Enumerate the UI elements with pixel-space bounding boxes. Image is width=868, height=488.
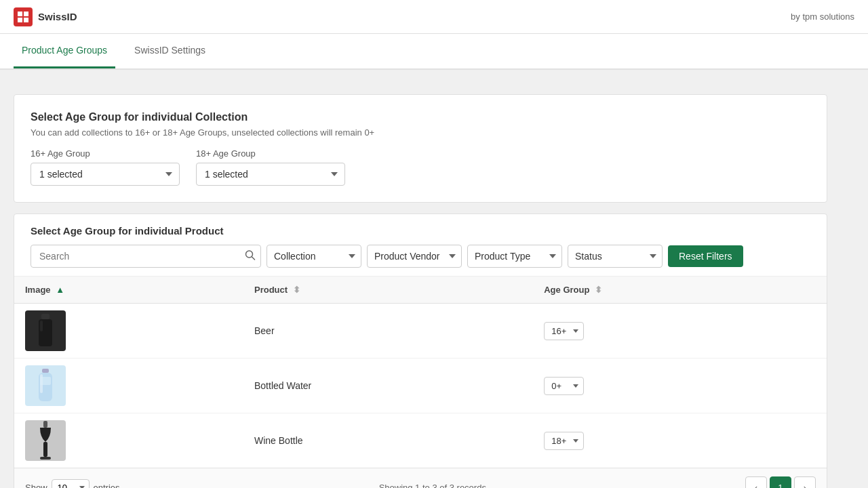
svg-rect-12 [40,377,51,385]
product-section-title: Select Age Group for individual Product [31,225,810,237]
cell-product: Bottled Water [243,359,533,413]
search-icon [245,250,256,261]
image-sort-icon: ▲ [56,285,64,295]
cell-image [14,413,243,468]
app-header: SwissID by tpm solutions [0,0,868,34]
table-row: Wine Bottle 0+16+18+ [14,413,827,468]
tab-bar: Product Age Groups SwissID Settings [0,34,868,69]
header-tagline: by tpm solutions [791,12,854,22]
show-entries: Show 10 25 50 100 entries [25,479,120,489]
table-footer: Show 10 25 50 100 entries Showing 1 to 3… [14,468,827,488]
filters-row: Collection Product Vendor Product Type S… [31,245,810,268]
svg-rect-6 [41,314,50,319]
col-header-image[interactable]: Image ▲ [14,277,243,304]
logo: SwissID [14,7,77,26]
product-table: Image ▲ Product ⬍ Age Group ⬍ [14,277,827,468]
tab-swissid-settings[interactable]: SwissID Settings [126,34,214,68]
search-wrapper [31,245,261,268]
svg-rect-3 [24,18,28,22]
product-section-header: Select Age Group for individual Product … [14,214,827,277]
cell-image [14,359,243,413]
table-header-row: Image ▲ Product ⬍ Age Group ⬍ [14,277,827,304]
svg-line-5 [252,257,255,260]
svg-rect-9 [42,369,49,373]
cell-age-group: 0+16+18+ [533,304,827,359]
age-group-inline-select[interactable]: 0+16+18+ [544,377,584,395]
age-group-select-18[interactable]: 1 selected [196,163,345,186]
show-label: Show [25,483,47,489]
table-row: Bottled Water 0+16+18+ [14,359,827,413]
entries-select[interactable]: 10 25 50 100 [52,479,90,489]
product-age-group-card: Select Age Group for individual Product … [14,214,827,488]
product-image [25,420,66,461]
main-content: Select Age Group for individual Collecti… [0,70,841,488]
page-1-button[interactable]: 1 [770,476,791,488]
search-button[interactable] [245,250,256,263]
entries-label: entries [94,483,120,489]
product-type-filter[interactable]: Product Type [467,245,562,268]
age-group-select-16[interactable]: 1 selected [31,163,180,186]
cell-product: Wine Bottle [243,413,533,468]
collection-age-group-card: Select Age Group for individual Collecti… [14,94,827,203]
status-filter[interactable]: Status [568,245,663,268]
records-info: Showing 1 to 3 of 3 records [379,483,486,489]
age-group-sort-icon: ⬍ [595,285,602,295]
product-image [25,365,66,406]
product-image [25,310,66,351]
cell-product: Beer [243,304,533,359]
cell-image [14,304,243,359]
collection-filter[interactable]: Collection [267,245,361,268]
age-group-row: 16+ Age Group 1 selected 18+ Age Group 1… [31,148,810,186]
age-group-inline-select[interactable]: 0+16+18+ [544,432,584,450]
svg-rect-13 [43,421,47,428]
app-name: SwissID [38,11,77,22]
svg-rect-0 [18,12,22,16]
prev-page-button[interactable]: ‹ [745,476,767,488]
collection-section-description: You can add collections to 16+ or 18+ Ag… [31,127,810,138]
svg-rect-14 [43,442,47,457]
collection-section-title: Select Age Group for individual Collecti… [31,111,810,123]
reset-filters-button[interactable]: Reset Filters [668,245,743,267]
search-input[interactable] [31,245,261,268]
cell-age-group: 0+16+18+ [533,413,827,468]
product-table-wrapper: Image ▲ Product ⬍ Age Group ⬍ [14,277,827,468]
table-row: Beer 0+16+18+ [14,304,827,359]
svg-rect-2 [18,18,22,22]
pagination: ‹ 1 › [745,476,816,488]
age-group-field-16: 16+ Age Group 1 selected [31,148,180,186]
age-group-label-16: 16+ Age Group [31,148,180,159]
col-header-product[interactable]: Product ⬍ [243,277,533,304]
svg-rect-15 [40,457,51,460]
col-header-age-group[interactable]: Age Group ⬍ [533,277,827,304]
svg-rect-1 [24,12,28,16]
cell-age-group: 0+16+18+ [533,359,827,413]
age-group-label-18: 18+ Age Group [196,148,345,159]
age-group-inline-select[interactable]: 0+16+18+ [544,322,584,340]
product-vendor-filter[interactable]: Product Vendor [367,245,462,268]
tab-product-age-groups[interactable]: Product Age Groups [14,34,115,68]
next-page-button[interactable]: › [794,476,816,488]
age-group-field-18: 18+ Age Group 1 selected [196,148,345,186]
logo-icon [14,7,33,26]
svg-rect-8 [40,321,43,331]
product-sort-icon: ⬍ [293,285,300,295]
